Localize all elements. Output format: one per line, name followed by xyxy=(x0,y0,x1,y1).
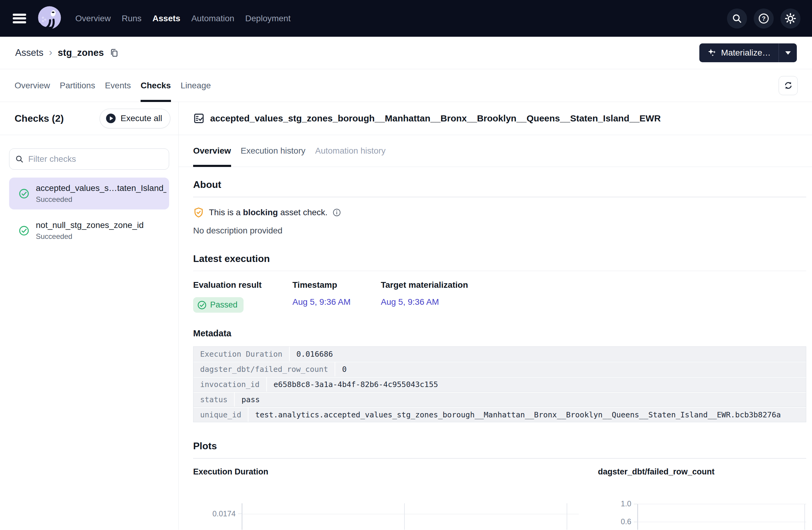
check-list-item-not-null[interactable]: not_null_stg_zones_zone_id Succeeded xyxy=(9,215,169,247)
check-success-icon xyxy=(198,300,206,310)
check-item-text: accepted_values_s…taten_Island_ Succeede… xyxy=(36,183,166,204)
asset-tabs-bar: Overview Partitions Events Checks Lineag… xyxy=(0,69,812,102)
blocking-text: This is a blocking asset check. xyxy=(209,208,328,217)
metadata-row: unique_id test.analytics.accepted_values… xyxy=(193,407,806,422)
check-item-name: not_null_stg_zones_zone_id xyxy=(36,220,144,230)
target-materialization-label: Target materialization xyxy=(381,280,468,290)
metadata-key: Execution Duration xyxy=(193,347,290,361)
metadata-heading: Metadata xyxy=(193,328,806,338)
failed-row-count-plot: dagster_dbt/failed_row_count 1.0 0.6 xyxy=(598,467,806,530)
gridline xyxy=(404,503,405,530)
checks-panel-header: Checks (2) Execute all xyxy=(0,102,178,135)
dagster-app: Overview Runs Assets Automation Deployme… xyxy=(0,0,812,530)
nav-item-runs[interactable]: Runs xyxy=(121,12,142,25)
y-axis-tick xyxy=(238,514,242,514)
detail-tab-overview[interactable]: Overview xyxy=(193,135,231,167)
plots-row: Execution Duration 0.0174 dagster_dbt/fa… xyxy=(193,467,806,530)
copy-asset-name-button[interactable] xyxy=(109,48,119,58)
copy-icon xyxy=(109,48,119,58)
y-axis-tick xyxy=(634,522,637,522)
gridline xyxy=(637,504,806,504)
search-button[interactable] xyxy=(727,9,747,29)
target-materialization-link[interactable]: Aug 5, 9:36 AM xyxy=(381,297,439,307)
check-item-status: Succeeded xyxy=(36,195,166,204)
y-axis-tick-label: 0.6 xyxy=(598,517,631,526)
latest-execution-heading: Latest execution xyxy=(193,253,806,264)
breadcrumb-chevron-icon: › xyxy=(49,47,52,57)
nav-item-automation[interactable]: Automation xyxy=(191,12,235,25)
detail-tab-automation-history[interactable]: Automation history xyxy=(315,135,386,167)
blocking-check-note: This is a blocking asset check. xyxy=(193,207,806,218)
metadata-key: invocation_id xyxy=(193,377,267,392)
execute-all-button[interactable]: Execute all xyxy=(100,109,170,128)
refresh-icon xyxy=(783,81,793,90)
menu-button[interactable] xyxy=(13,14,26,24)
help-button[interactable]: ? xyxy=(754,9,774,29)
gear-icon xyxy=(785,13,796,24)
filter-checks-input[interactable] xyxy=(9,148,169,170)
search-icon xyxy=(15,155,24,163)
dagster-logo[interactable] xyxy=(35,4,64,33)
timestamp-column: Timestamp Aug 5, 9:36 AM xyxy=(292,280,381,313)
checks-sidebar: Checks (2) Execute all xyxy=(0,102,178,530)
divider xyxy=(193,197,806,197)
materialize-dropdown-button[interactable] xyxy=(779,43,797,62)
y-axis-line xyxy=(637,504,638,530)
tab-partitions[interactable]: Partitions xyxy=(60,69,95,102)
timestamp-link[interactable]: Aug 5, 9:36 AM xyxy=(292,297,350,307)
check-list-item-accepted-values[interactable]: accepted_values_s…taten_Island_ Succeede… xyxy=(9,178,169,209)
metadata-row: dagster_dbt/failed_row_count 0 xyxy=(193,362,806,377)
latest-execution-grid: Evaluation result Passed Timestamp Aug 5… xyxy=(193,280,806,313)
plot-title: dagster_dbt/failed_row_count xyxy=(598,467,806,476)
check-description: No description provided xyxy=(193,226,806,236)
check-success-icon xyxy=(19,189,29,199)
materialize-button[interactable]: Materialize… xyxy=(699,43,779,62)
metadata-value: test.analytics.accepted_values_stg_zones… xyxy=(248,408,806,422)
metadata-value: e658b8c8-3a1a-4b4f-82b6-4c955043c155 xyxy=(267,377,806,392)
tab-lineage[interactable]: Lineage xyxy=(181,69,211,102)
sparkle-icon xyxy=(707,48,717,58)
nav-item-deployment[interactable]: Deployment xyxy=(245,12,291,25)
check-detail: accepted_values_stg_zones_borough__Manha… xyxy=(178,102,812,530)
metadata-key: status xyxy=(193,393,235,407)
asset-check-icon xyxy=(193,113,205,124)
about-heading: About xyxy=(193,179,806,190)
passed-status-badge: Passed xyxy=(193,297,244,313)
plots-heading: Plots xyxy=(193,440,806,452)
tab-checks[interactable]: Checks xyxy=(141,69,171,102)
detail-tab-execution-history[interactable]: Execution history xyxy=(241,135,305,167)
top-navigation-bar: Overview Runs Assets Automation Deployme… xyxy=(0,0,812,37)
info-icon[interactable] xyxy=(333,208,341,217)
materialize-label: Materialize… xyxy=(721,48,771,58)
metadata-key: dagster_dbt/failed_row_count xyxy=(193,362,335,377)
metadata-row: status pass xyxy=(193,392,806,407)
y-axis-tick-label: 0.0174 xyxy=(193,509,236,518)
evaluation-result-label: Evaluation result xyxy=(193,280,292,290)
metadata-value: 0.016686 xyxy=(290,347,806,361)
refresh-button[interactable] xyxy=(779,76,798,95)
execution-duration-chart-area: 0.0174 xyxy=(193,503,598,530)
metadata-table: Execution Duration 0.016686 dagster_dbt/… xyxy=(193,347,806,422)
caret-down-icon xyxy=(785,51,791,55)
breadcrumb: Assets › stg_zones xyxy=(15,47,119,58)
workspace: Checks (2) Execute all xyxy=(0,102,812,530)
nav-item-overview[interactable]: Overview xyxy=(75,12,112,25)
nav-item-assets[interactable]: Assets xyxy=(152,12,181,25)
y-axis-tick-label: 1.0 xyxy=(598,499,631,508)
tab-overview[interactable]: Overview xyxy=(15,69,50,102)
check-item-status: Succeeded xyxy=(36,232,144,241)
metadata-value: 0 xyxy=(335,362,806,377)
divider xyxy=(193,458,806,459)
breadcrumb-assets-link[interactable]: Assets xyxy=(15,47,43,58)
filter-checks-field xyxy=(9,148,169,170)
search-icon xyxy=(732,13,742,24)
timestamp-label: Timestamp xyxy=(292,280,381,290)
metadata-row: invocation_id e658b8c8-3a1a-4b4f-82b6-4c… xyxy=(193,377,806,392)
check-item-name: accepted_values_s…taten_Island_ xyxy=(36,183,166,193)
settings-button[interactable] xyxy=(780,9,800,29)
help-icon: ? xyxy=(758,13,769,24)
tab-events[interactable]: Events xyxy=(105,69,131,102)
execution-duration-plot: Execution Duration 0.0174 xyxy=(193,467,598,530)
divider xyxy=(193,271,806,271)
metadata-row: Execution Duration 0.016686 xyxy=(193,347,806,362)
